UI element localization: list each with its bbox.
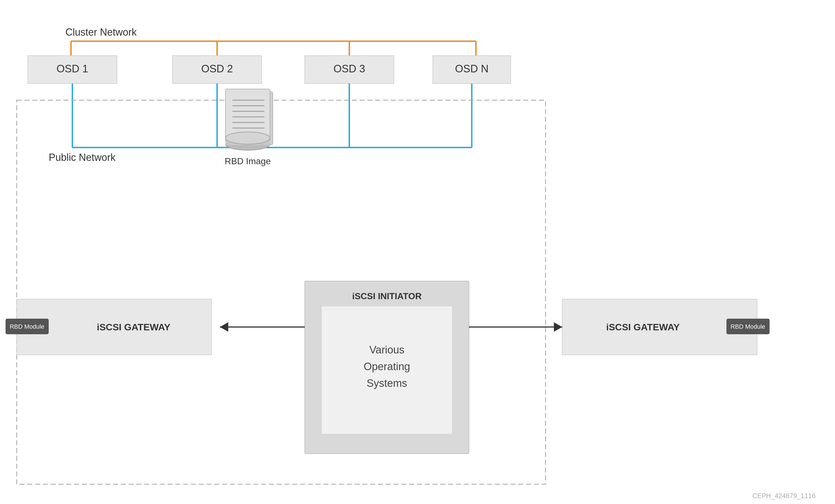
cluster-network-label: Cluster Network: [65, 26, 137, 38]
diagram-wrapper: Cluster Network OSD 1 OSD 2 OSD 3 OSD N …: [0, 0, 835, 504]
public-network-label: Public Network: [49, 152, 116, 163]
arrow-left-head: [220, 322, 228, 332]
watermark: CEPH_424879_1116: [752, 492, 816, 500]
iscsi-initiator-title: iSCSI INITIATOR: [352, 291, 422, 301]
svg-point-15: [225, 132, 270, 144]
arrow-right-head: [554, 322, 562, 332]
rbd-module-left-label: RBD Module: [10, 323, 44, 330]
right-gateway-label: iSCSI GATEWAY: [606, 322, 680, 332]
rbd-module-right-label: RBD Module: [731, 323, 766, 330]
various-os-text-line1: Various: [369, 344, 404, 356]
osd2-label: OSD 2: [201, 63, 233, 75]
various-os-text-line3: Systems: [367, 377, 407, 389]
various-os-text-line2: Operating: [364, 361, 410, 372]
osd3-label: OSD 3: [333, 63, 365, 75]
main-diagram-svg: Cluster Network OSD 1 OSD 2 OSD 3 OSD N …: [0, 0, 835, 504]
left-gateway-label: iSCSI GATEWAY: [97, 322, 170, 332]
osd1-label: OSD 1: [57, 63, 88, 75]
osdN-label: OSD N: [455, 63, 488, 75]
rbd-image-label: RBD Image: [225, 156, 270, 166]
